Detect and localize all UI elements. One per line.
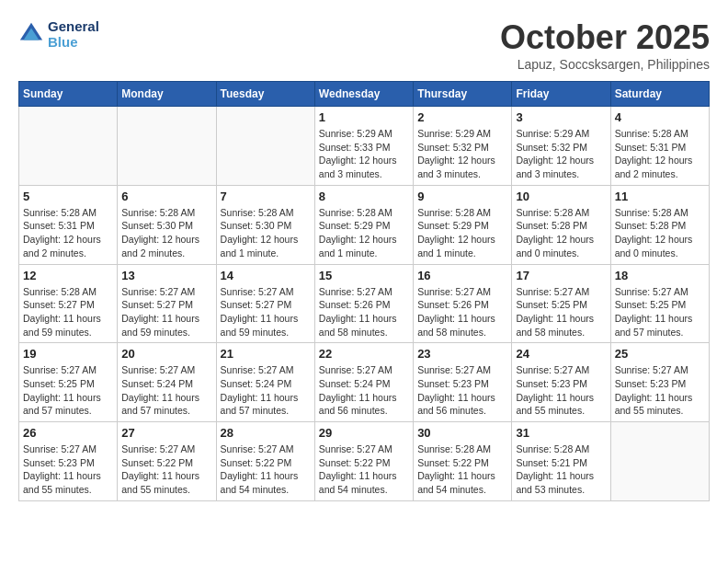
calendar-cell: 25Sunrise: 5:27 AM Sunset: 5:23 PM Dayli… bbox=[610, 343, 709, 422]
day-info: Sunrise: 5:28 AM Sunset: 5:28 PM Dayligh… bbox=[516, 206, 606, 260]
day-number: 8 bbox=[319, 190, 409, 203]
day-info: Sunrise: 5:27 AM Sunset: 5:22 PM Dayligh… bbox=[221, 442, 311, 497]
title-block: October 2025 Lapuz, Soccsksargen, Philip… bbox=[500, 18, 710, 72]
calendar: SundayMondayTuesdayWednesdayThursdayFrid… bbox=[18, 81, 710, 501]
calendar-cell bbox=[610, 422, 709, 501]
calendar-cell: 28Sunrise: 5:27 AM Sunset: 5:22 PM Dayli… bbox=[216, 422, 314, 501]
day-info: Sunrise: 5:27 AM Sunset: 5:23 PM Dayligh… bbox=[516, 363, 606, 418]
calendar-cell: 9Sunrise: 5:28 AM Sunset: 5:29 PM Daylig… bbox=[414, 185, 512, 264]
calendar-week-4: 19Sunrise: 5:27 AM Sunset: 5:25 PM Dayli… bbox=[19, 343, 710, 422]
calendar-cell: 8Sunrise: 5:28 AM Sunset: 5:29 PM Daylig… bbox=[314, 185, 413, 264]
column-header-sunday: Sunday bbox=[19, 82, 118, 107]
day-number: 10 bbox=[516, 190, 606, 203]
day-info: Sunrise: 5:27 AM Sunset: 5:27 PM Dayligh… bbox=[221, 285, 311, 339]
logo: General Blue bbox=[18, 18, 99, 50]
day-info: Sunrise: 5:28 AM Sunset: 5:29 PM Dayligh… bbox=[319, 206, 409, 260]
calendar-cell: 27Sunrise: 5:27 AM Sunset: 5:22 PM Dayli… bbox=[118, 422, 216, 501]
calendar-cell: 17Sunrise: 5:27 AM Sunset: 5:25 PM Dayli… bbox=[512, 264, 610, 343]
day-info: Sunrise: 5:27 AM Sunset: 5:23 PM Dayligh… bbox=[615, 363, 705, 418]
calendar-cell: 1Sunrise: 5:29 AM Sunset: 5:33 PM Daylig… bbox=[314, 107, 413, 186]
calendar-header: SundayMondayTuesdayWednesdayThursdayFrid… bbox=[19, 82, 710, 107]
column-header-wednesday: Wednesday bbox=[314, 82, 413, 107]
day-info: Sunrise: 5:28 AM Sunset: 5:30 PM Dayligh… bbox=[121, 206, 211, 260]
location: Lapuz, Soccsksargen, Philippines bbox=[500, 57, 710, 72]
day-number: 16 bbox=[417, 269, 507, 282]
calendar-cell: 4Sunrise: 5:28 AM Sunset: 5:31 PM Daylig… bbox=[610, 107, 709, 186]
calendar-week-2: 5Sunrise: 5:28 AM Sunset: 5:31 PM Daylig… bbox=[19, 185, 710, 264]
calendar-cell: 16Sunrise: 5:27 AM Sunset: 5:26 PM Dayli… bbox=[414, 264, 512, 343]
day-number: 14 bbox=[221, 269, 311, 282]
column-header-thursday: Thursday bbox=[414, 82, 512, 107]
day-number: 23 bbox=[417, 347, 507, 361]
day-info: Sunrise: 5:28 AM Sunset: 5:30 PM Dayligh… bbox=[221, 206, 311, 260]
calendar-cell: 6Sunrise: 5:28 AM Sunset: 5:30 PM Daylig… bbox=[118, 185, 216, 264]
calendar-cell: 15Sunrise: 5:27 AM Sunset: 5:26 PM Dayli… bbox=[314, 264, 413, 343]
calendar-cell: 13Sunrise: 5:27 AM Sunset: 5:27 PM Dayli… bbox=[118, 264, 216, 343]
day-info: Sunrise: 5:27 AM Sunset: 5:25 PM Dayligh… bbox=[516, 285, 606, 339]
day-number: 26 bbox=[23, 426, 113, 440]
day-info: Sunrise: 5:28 AM Sunset: 5:31 PM Dayligh… bbox=[23, 206, 113, 260]
day-info: Sunrise: 5:28 AM Sunset: 5:27 PM Dayligh… bbox=[23, 285, 113, 339]
calendar-cell: 5Sunrise: 5:28 AM Sunset: 5:31 PM Daylig… bbox=[19, 185, 118, 264]
day-number: 30 bbox=[417, 426, 507, 440]
day-number: 19 bbox=[23, 347, 113, 361]
calendar-cell: 7Sunrise: 5:28 AM Sunset: 5:30 PM Daylig… bbox=[216, 185, 314, 264]
day-number: 6 bbox=[121, 190, 211, 203]
calendar-week-1: 1Sunrise: 5:29 AM Sunset: 5:33 PM Daylig… bbox=[19, 107, 710, 186]
day-number: 31 bbox=[516, 426, 606, 440]
day-number: 21 bbox=[221, 347, 311, 361]
column-header-tuesday: Tuesday bbox=[216, 82, 314, 107]
calendar-cell: 24Sunrise: 5:27 AM Sunset: 5:23 PM Dayli… bbox=[512, 343, 610, 422]
day-number: 25 bbox=[615, 347, 705, 361]
day-number: 20 bbox=[121, 347, 211, 361]
day-number: 28 bbox=[221, 426, 311, 440]
day-info: Sunrise: 5:27 AM Sunset: 5:27 PM Dayligh… bbox=[121, 285, 211, 339]
day-number: 17 bbox=[516, 269, 606, 282]
day-number: 11 bbox=[615, 190, 705, 203]
calendar-cell bbox=[216, 107, 314, 186]
calendar-cell: 29Sunrise: 5:27 AM Sunset: 5:22 PM Dayli… bbox=[314, 422, 413, 501]
calendar-cell: 26Sunrise: 5:27 AM Sunset: 5:23 PM Dayli… bbox=[19, 422, 118, 501]
day-number: 7 bbox=[221, 190, 311, 203]
calendar-cell: 11Sunrise: 5:28 AM Sunset: 5:28 PM Dayli… bbox=[610, 185, 709, 264]
day-info: Sunrise: 5:29 AM Sunset: 5:33 PM Dayligh… bbox=[319, 127, 409, 181]
calendar-cell: 12Sunrise: 5:28 AM Sunset: 5:27 PM Dayli… bbox=[19, 264, 118, 343]
calendar-cell: 23Sunrise: 5:27 AM Sunset: 5:23 PM Dayli… bbox=[414, 343, 512, 422]
day-number: 24 bbox=[516, 347, 606, 361]
calendar-cell: 2Sunrise: 5:29 AM Sunset: 5:32 PM Daylig… bbox=[414, 107, 512, 186]
day-number: 4 bbox=[615, 110, 705, 124]
calendar-cell: 19Sunrise: 5:27 AM Sunset: 5:25 PM Dayli… bbox=[19, 343, 118, 422]
day-number: 9 bbox=[417, 190, 507, 203]
day-info: Sunrise: 5:27 AM Sunset: 5:24 PM Dayligh… bbox=[319, 363, 409, 418]
day-number: 22 bbox=[319, 347, 409, 361]
calendar-cell: 31Sunrise: 5:28 AM Sunset: 5:21 PM Dayli… bbox=[512, 422, 610, 501]
calendar-cell: 21Sunrise: 5:27 AM Sunset: 5:24 PM Dayli… bbox=[216, 343, 314, 422]
day-number: 13 bbox=[121, 269, 211, 282]
day-info: Sunrise: 5:27 AM Sunset: 5:26 PM Dayligh… bbox=[417, 285, 507, 339]
logo-text-line1: General bbox=[48, 18, 99, 34]
day-info: Sunrise: 5:28 AM Sunset: 5:21 PM Dayligh… bbox=[516, 442, 606, 497]
column-header-monday: Monday bbox=[118, 82, 216, 107]
day-info: Sunrise: 5:28 AM Sunset: 5:31 PM Dayligh… bbox=[615, 127, 705, 181]
calendar-week-5: 26Sunrise: 5:27 AM Sunset: 5:23 PM Dayli… bbox=[19, 422, 710, 501]
calendar-cell: 14Sunrise: 5:27 AM Sunset: 5:27 PM Dayli… bbox=[216, 264, 314, 343]
logo-icon bbox=[18, 21, 44, 47]
logo-text-line2: Blue bbox=[48, 34, 99, 50]
day-number: 5 bbox=[23, 190, 113, 203]
day-info: Sunrise: 5:28 AM Sunset: 5:22 PM Dayligh… bbox=[417, 442, 507, 497]
day-info: Sunrise: 5:27 AM Sunset: 5:26 PM Dayligh… bbox=[319, 285, 409, 339]
day-info: Sunrise: 5:27 AM Sunset: 5:23 PM Dayligh… bbox=[23, 442, 113, 497]
day-info: Sunrise: 5:28 AM Sunset: 5:28 PM Dayligh… bbox=[615, 206, 705, 260]
day-info: Sunrise: 5:27 AM Sunset: 5:24 PM Dayligh… bbox=[121, 363, 211, 418]
day-number: 18 bbox=[615, 269, 705, 282]
calendar-cell bbox=[118, 107, 216, 186]
day-info: Sunrise: 5:27 AM Sunset: 5:22 PM Dayligh… bbox=[319, 442, 409, 497]
day-number: 3 bbox=[516, 110, 606, 124]
calendar-cell: 20Sunrise: 5:27 AM Sunset: 5:24 PM Dayli… bbox=[118, 343, 216, 422]
day-info: Sunrise: 5:28 AM Sunset: 5:29 PM Dayligh… bbox=[417, 206, 507, 260]
column-header-saturday: Saturday bbox=[610, 82, 709, 107]
day-number: 15 bbox=[319, 269, 409, 282]
day-info: Sunrise: 5:29 AM Sunset: 5:32 PM Dayligh… bbox=[417, 127, 507, 181]
day-info: Sunrise: 5:27 AM Sunset: 5:24 PM Dayligh… bbox=[221, 363, 311, 418]
day-info: Sunrise: 5:29 AM Sunset: 5:32 PM Dayligh… bbox=[516, 127, 606, 181]
